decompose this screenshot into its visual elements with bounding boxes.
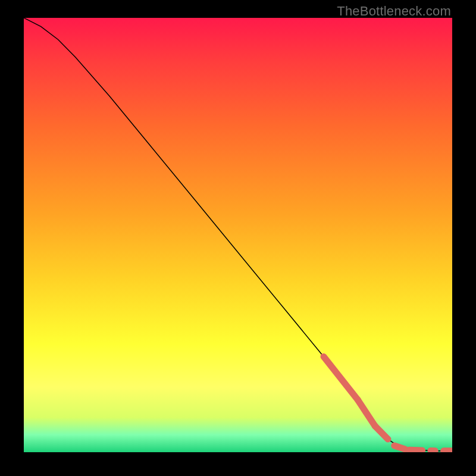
highlight-segment bbox=[324, 356, 358, 400]
plot-area bbox=[24, 18, 452, 452]
highlight-group bbox=[324, 356, 452, 450]
main-curve-path bbox=[24, 18, 452, 451]
curve-svg bbox=[24, 18, 452, 452]
highlight-segment bbox=[358, 400, 375, 426]
watermark-label: TheBottleneck.com bbox=[337, 4, 451, 19]
highlight-segment bbox=[409, 450, 422, 450]
chart-frame: TheBottleneck.com bbox=[0, 0, 476, 476]
highlight-segment bbox=[375, 426, 388, 439]
highlight-segment bbox=[394, 446, 405, 449]
